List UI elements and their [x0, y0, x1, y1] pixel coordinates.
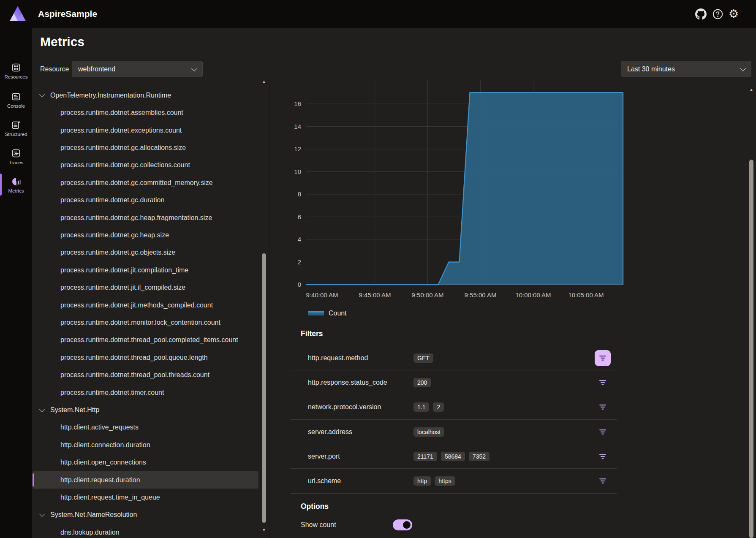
resource-select[interactable]: webfrontend: [72, 61, 203, 77]
filter-label: http.response.status_code: [308, 379, 413, 386]
options-heading: Options: [301, 502, 329, 511]
chart-legend-item[interactable]: Count: [308, 310, 347, 317]
tree-item[interactable]: process.runtime.dotnet.exceptions.count: [33, 122, 258, 139]
tree-item[interactable]: process.runtime.dotnet.jit.il_compiled.s…: [33, 279, 258, 296]
filter-row: server.port21171586847352: [291, 444, 617, 469]
scroll-up-icon[interactable]: ▲: [748, 87, 755, 92]
tree-item-label: http.client.request.duration: [60, 476, 140, 484]
filter-button[interactable]: [595, 399, 611, 415]
value-badge: https: [435, 476, 455, 486]
tree-item[interactable]: process.runtime.dotnet.gc.collections.co…: [33, 157, 258, 174]
tree-group[interactable]: OpenTelemetry.Instrumentation.Runtime: [33, 87, 258, 104]
sidebar-item-console[interactable]: Console: [0, 87, 32, 114]
tree-item[interactable]: process.runtime.dotnet.monitor.lock_cont…: [33, 314, 258, 331]
tree-group[interactable]: System.Net.NameResolution: [33, 506, 258, 524]
tree-item[interactable]: process.runtime.dotnet.gc.duration: [33, 191, 258, 209]
value-badge: 58684: [441, 452, 465, 461]
resource-select-value: webfrontend: [78, 65, 115, 73]
tree-item[interactable]: process.runtime.dotnet.assemblies.count: [33, 104, 258, 121]
filter-values: httphttps: [413, 476, 455, 486]
tree-item-label: process.runtime.dotnet.gc.collections.co…: [60, 161, 190, 169]
tree-item-label: http.client.active_requests: [60, 424, 139, 431]
filter-button[interactable]: [595, 448, 611, 465]
filter-row: network.protocol.version1.12: [291, 395, 617, 420]
tree-item-label: dns.lookup.duration: [60, 529, 120, 536]
tree-item-label: process.runtime.dotnet.monitor.lock_cont…: [60, 319, 220, 326]
filter-row: server.addresslocalhost: [291, 420, 617, 444]
tree-item[interactable]: process.runtime.dotnet.timer.count: [33, 384, 258, 401]
svg-text:9:55:00 AM: 9:55:00 AM: [465, 291, 497, 299]
aspire-logo-icon: [8, 4, 27, 24]
time-range-select[interactable]: Last 30 minutes: [621, 61, 751, 77]
tree-scrollbar[interactable]: [262, 253, 266, 523]
page-title: Metrics: [40, 35, 84, 49]
tree-item-label: http.client.open_connections: [60, 459, 146, 466]
tree-item[interactable]: process.runtime.dotnet.gc.allocations.si…: [33, 139, 258, 156]
chevron-down-icon: [740, 65, 746, 71]
filter-row: http.request.methodGET: [291, 346, 617, 370]
tree-item[interactable]: http.client.open_connections: [33, 454, 258, 471]
app-title: AspireSample: [38, 0, 97, 28]
tree-group-label: System.Net.NameResolution: [50, 511, 137, 519]
svg-text:8: 8: [298, 190, 301, 198]
filter-row: url.schemehttphttps: [291, 469, 617, 493]
sidebar-item-label: Console: [7, 103, 25, 109]
filter-button[interactable]: [595, 424, 611, 440]
filters-heading: Filters: [301, 329, 323, 338]
tree-item-label: http.client.request.time_in_queue: [60, 494, 160, 501]
tree-item[interactable]: process.runtime.dotnet.thread_pool.compl…: [33, 331, 258, 349]
legend-swatch-icon: [308, 311, 324, 315]
sidebar-item-resources[interactable]: Resources: [0, 57, 32, 84]
svg-text:10: 10: [294, 168, 301, 175]
value-badge: GET: [413, 353, 433, 363]
svg-text:0: 0: [298, 281, 301, 288]
tree-item[interactable]: process.runtime.dotnet.thread_pool.threa…: [33, 367, 258, 384]
scroll-down-icon[interactable]: ▼: [261, 528, 267, 532]
sidebar-item-traces[interactable]: Traces: [0, 143, 32, 170]
tree-item-label: process.runtime.dotnet.gc.committed_memo…: [60, 179, 213, 187]
tree-item[interactable]: process.runtime.dotnet.jit.methods_compi…: [33, 296, 258, 314]
filter-button[interactable]: [595, 473, 611, 489]
tree-item[interactable]: process.runtime.dotnet.gc.objects.size: [33, 244, 258, 261]
time-range-value: Last 30 minutes: [627, 65, 675, 73]
chevron-down-icon: [191, 65, 197, 71]
page-scrollbar[interactable]: [749, 160, 753, 538]
filter-button[interactable]: [595, 375, 611, 391]
filter-label: url.scheme: [308, 477, 413, 485]
tree-item[interactable]: process.runtime.dotnet.jit.compilation_t…: [33, 261, 258, 279]
tree-item[interactable]: http.client.active_requests: [33, 419, 258, 436]
filter-funnel-icon: [598, 429, 607, 435]
settings-gear-icon[interactable]: ⚙: [727, 8, 740, 20]
show-count-toggle[interactable]: [393, 519, 412, 530]
sidebar-item-metrics[interactable]: Metrics: [0, 171, 32, 198]
tree-group[interactable]: System.Net.Http: [33, 401, 258, 418]
tree-item[interactable]: http.client.connection.duration: [33, 436, 258, 454]
svg-text:2: 2: [298, 258, 301, 266]
structured-icon: [11, 120, 21, 130]
tree-item[interactable]: process.runtime.dotnet.gc.heap.size: [33, 226, 258, 244]
tree-item-label: process.runtime.dotnet.thread_pool.threa…: [60, 371, 209, 379]
github-icon[interactable]: [694, 8, 707, 20]
value-badge: 1.1: [413, 402, 429, 412]
tree-item[interactable]: dns.lookup.duration: [33, 524, 258, 538]
filter-label: server.port: [308, 453, 413, 460]
tree-item-label: process.runtime.dotnet.gc.heap.size: [60, 231, 169, 239]
filter-button[interactable]: [595, 350, 611, 366]
help-icon[interactable]: [711, 8, 724, 20]
tree-item-label: process.runtime.dotnet.gc.objects.size: [60, 249, 175, 256]
tree-item-label: process.runtime.dotnet.timer.count: [60, 389, 164, 397]
tree-item[interactable]: process.runtime.dotnet.thread_pool.queue…: [33, 349, 258, 366]
tree-item[interactable]: http.client.request.time_in_queue: [33, 489, 258, 506]
tree-item[interactable]: http.client.request.duration: [33, 471, 258, 489]
value-badge: 2: [433, 402, 444, 412]
svg-text:16: 16: [294, 100, 301, 107]
svg-text:9:45:00 AM: 9:45:00 AM: [359, 291, 391, 299]
tree-item[interactable]: process.runtime.dotnet.gc.heap.fragmenta…: [33, 209, 258, 226]
legend-label: Count: [329, 310, 347, 317]
tree-group-label: OpenTelemetry.Instrumentation.Runtime: [50, 92, 171, 99]
scroll-up-icon[interactable]: ▲: [261, 79, 267, 84]
sidebar-item-structured[interactable]: Structured: [0, 115, 32, 142]
value-badge: http: [413, 476, 431, 486]
filter-label: network.protocol.version: [308, 403, 413, 411]
tree-item[interactable]: process.runtime.dotnet.gc.committed_memo…: [33, 174, 258, 191]
